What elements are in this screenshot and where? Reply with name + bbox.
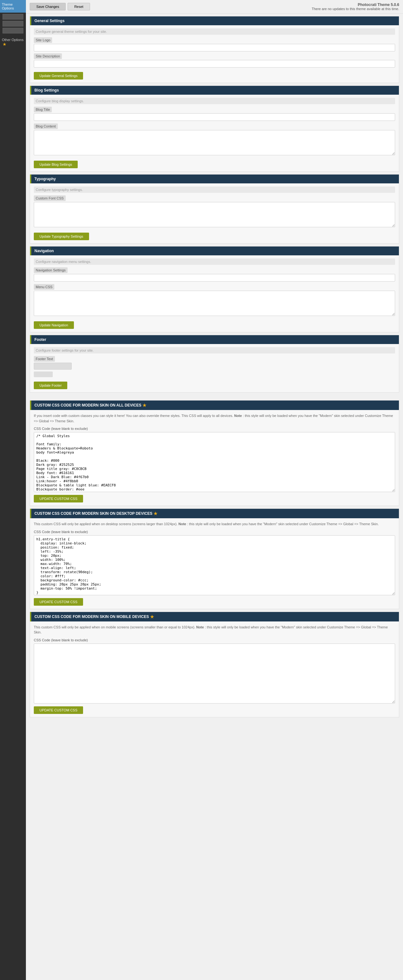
general-settings-desc: Configure general theme settings for you… [34,29,395,35]
font-css-label: Custom Font CSS [34,196,66,201]
css-mobile-star-icon: ★ [150,614,154,619]
navigation-header: Navigation [30,247,399,255]
theme-title: Photocrati Theme 5.0.6 [312,3,399,7]
css-all-header: CUSTOM CSS CODE FOR MODERN SKIN ON ALL D… [30,401,399,410]
top-bar-buttons: Save Changes Reset [30,3,90,10]
css-all-note-bold: Note [234,414,242,418]
css-mobile-code-textarea[interactable] [34,644,395,703]
navigation-body: Configure navigation menu settings. Navi… [30,255,399,332]
blog-settings-header: Blog Settings [30,86,399,95]
site-desc-label: Site Description [34,53,62,59]
css-all-body: If you insert code with custom classes y… [30,410,399,506]
sidebar-theme-options-btn[interactable]: Theme Options [0,0,26,13]
update-css-all-btn[interactable]: UPDATE CUSTOM CSS [34,495,83,503]
footer-text-label: Footer Text [34,356,55,362]
css-mobile-note-bold: Note [196,625,204,629]
nav-settings-field: Navigation Settings [34,267,395,282]
update-blog-btn[interactable]: Update Blog Settings [34,161,78,168]
menu-css-textarea[interactable] [34,291,395,316]
css-desktop-body: This custom CSS will only be applied whe… [30,518,399,609]
css-desktop-desc: This custom CSS will only be applied whe… [34,522,395,527]
typography-desc: Configure typography settings. [34,186,395,193]
css-mobile-body: This custom CSS will only be applied whe… [30,622,399,717]
sidebar-star-icon: ★ [3,42,6,47]
reset-button[interactable]: Reset [68,3,90,10]
navigation-section: Navigation Configure navigation menu set… [30,246,399,332]
general-settings-body: Configure general theme settings for you… [30,25,399,83]
navigation-desc: Configure navigation menu settings. [34,258,395,265]
nav-settings-input[interactable] [34,274,395,282]
sidebar-other-options-label: Other Options [2,38,23,42]
font-css-textarea[interactable] [34,202,395,227]
css-desktop-section: CUSTOM CSS CODE FOR MODERN SKIN ON DESKT… [30,509,399,609]
update-css-desktop-btn[interactable]: UPDATE CUSTOM CSS [34,598,83,606]
css-desktop-header: CUSTOM CSS CODE FOR MODERN SKIN ON DESKT… [30,509,399,518]
sidebar-input-2 [3,21,23,27]
sidebar: Theme Options Other Options ★ [0,0,26,980]
footer-desc: Configure footer settings for your site. [34,347,395,353]
menu-css-label: Menu CSS [34,284,54,290]
css-all-header-text: CUSTOM CSS CODE FOR MODERN SKIN ON ALL D… [34,403,141,407]
css-all-desc: If you insert code with custom classes y… [34,413,395,423]
css-mobile-desc: This custom CSS will only be applied whe… [34,625,395,635]
site-logo-input[interactable] [34,44,395,51]
site-logo-field: Site Logo Site Description [34,37,395,68]
css-desktop-star-icon: ★ [153,511,158,516]
sidebar-input-1 [3,14,23,19]
typography-header: Typography [30,175,399,183]
save-changes-button[interactable]: Save Changes [30,3,66,10]
css-desktop-code-label: CSS Code (leave blank to exclude) [34,530,395,534]
menu-css-field: Menu CSS [34,284,395,317]
blog-content-textarea[interactable] [34,130,395,155]
css-desktop-note-bold: Note [178,522,186,526]
top-bar-info: Photocrati Theme 5.0.6 There are no upda… [312,3,399,11]
css-all-star-icon: ★ [142,403,147,408]
sidebar-input-3 [3,28,23,33]
css-all-section: CUSTOM CSS CODE FOR MODERN SKIN ON ALL D… [30,400,399,506]
update-typography-btn[interactable]: Update Typography Settings [34,232,89,240]
css-mobile-header: CUSTOM CSS CODE FOR MODERN SKIN ON MOBIL… [30,612,399,622]
css-mobile-section: CUSTOM CSS CODE FOR MODERN SKIN ON MOBIL… [30,612,399,718]
footer-text-field: Footer Text [34,356,395,377]
css-mobile-code-label: CSS Code (leave blank to exclude) [34,638,395,642]
site-desc-input[interactable] [34,60,395,68]
css-all-code-label: CSS Code (leave blank to exclude) [34,427,395,431]
site-logo-label: Site Logo [34,37,52,43]
footer-body: Configure footer settings for your site.… [30,344,399,392]
main-content: Save Changes Reset Photocrati Theme 5.0.… [26,0,403,980]
top-bar: Save Changes Reset Photocrati Theme 5.0.… [26,0,403,14]
typography-section: Typography Configure typography settings… [30,174,399,243]
blog-settings-desc: Configure blog display settings. [34,98,395,104]
blog-settings-body: Configure blog display settings. Blog Ti… [30,95,399,171]
sidebar-other-options[interactable]: Other Options ★ [0,36,26,49]
font-css-field: Custom Font CSS [34,196,395,228]
update-footer-btn[interactable]: Update Footer [34,382,67,389]
general-settings-header: General Settings [30,16,399,25]
blog-settings-section: Blog Settings Configure blog display set… [30,86,399,172]
css-all-code-textarea[interactable] [34,432,395,492]
blog-title-label: Blog Title [34,107,52,112]
blog-content-label: Blog Content [34,123,58,129]
typography-body: Configure typography settings. Custom Fo… [30,183,399,243]
update-css-mobile-btn[interactable]: UPDATE CUSTOM CSS [34,706,83,714]
update-general-btn[interactable]: Update General Settings [34,72,83,80]
css-mobile-header-text: CUSTOM CSS CODE FOR MODERN SKIN ON MOBIL… [34,614,149,619]
general-settings-section: General Settings Configure general theme… [30,16,399,83]
theme-note: There are no updates to this theme avail… [312,7,399,11]
blog-title-input[interactable] [34,113,395,121]
blog-content-field: Blog Content [34,123,395,156]
css-desktop-header-text: CUSTOM CSS CODE FOR MODERN SKIN ON DESKT… [34,511,152,516]
footer-header: Footer [30,335,399,344]
nav-settings-label: Navigation Settings [34,267,68,273]
footer-text-input[interactable] [34,363,72,369]
blog-title-field: Blog Title [34,107,395,121]
footer-section: Footer Configure footer settings for you… [30,335,399,393]
css-desktop-code-textarea[interactable] [34,535,395,595]
update-navigation-btn[interactable]: Update Navigation [34,321,74,329]
